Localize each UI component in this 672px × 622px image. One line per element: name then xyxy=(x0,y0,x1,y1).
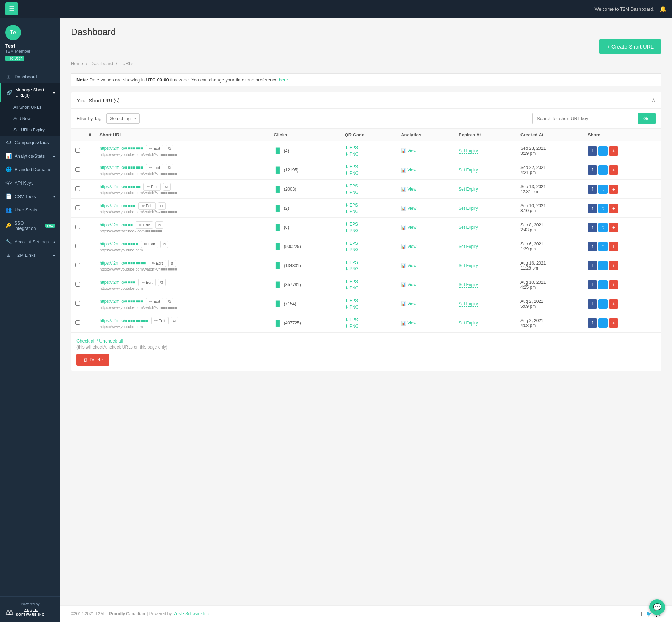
copy-button-2[interactable]: ⧉ xyxy=(163,183,171,191)
analytics-view-link-5[interactable]: 📊 View xyxy=(401,244,416,249)
set-expiry-link-0[interactable]: Set Expiry xyxy=(459,148,478,154)
qr-png-link-1[interactable]: ⬇ PNG xyxy=(345,171,393,176)
set-expiry-link-4[interactable]: Set Expiry xyxy=(459,225,478,230)
chat-widget[interactable]: 💬 xyxy=(649,599,665,615)
analytics-view-link-1[interactable]: 📊 View xyxy=(401,168,416,173)
set-expiry-link-2[interactable]: Set Expiry xyxy=(459,187,478,192)
share-plus-4[interactable]: + xyxy=(609,223,618,232)
share-facebook-6[interactable]: f xyxy=(588,261,597,270)
share-facebook-8[interactable]: f xyxy=(588,299,597,309)
share-twitter-4[interactable]: t xyxy=(598,223,608,232)
qr-eps-link-0[interactable]: ⬇ EPS xyxy=(345,145,393,150)
short-url-link-9[interactable]: https://t2m.io/■■■■■■■■■ xyxy=(99,318,148,323)
edit-button-4[interactable]: ✏ Edit xyxy=(136,221,153,229)
edit-button-8[interactable]: ✏ Edit xyxy=(146,298,163,305)
sub-nav-add-new[interactable]: Add New xyxy=(0,113,60,124)
share-facebook-5[interactable]: f xyxy=(588,242,597,251)
edit-button-3[interactable]: ✏ Edit xyxy=(138,202,156,210)
qr-eps-link-6[interactable]: ⬇ EPS xyxy=(345,260,393,265)
copy-button-1[interactable]: ⧉ xyxy=(166,164,173,171)
sub-nav-set-expiry[interactable]: Set URLs Expiry xyxy=(0,124,60,136)
edit-button-7[interactable]: ✏ Edit xyxy=(138,279,156,286)
qr-eps-link-1[interactable]: ⬇ EPS xyxy=(345,164,393,169)
copy-button-6[interactable]: ⧉ xyxy=(168,260,176,267)
analytics-view-link-2[interactable]: 📊 View xyxy=(401,187,416,192)
copy-button-4[interactable]: ⧉ xyxy=(155,221,163,229)
hamburger-button[interactable]: ☰ xyxy=(5,2,18,15)
share-twitter-2[interactable]: t xyxy=(598,185,608,194)
qr-png-link-0[interactable]: ⬇ PNG xyxy=(345,152,393,157)
edit-button-2[interactable]: ✏ Edit xyxy=(143,183,161,191)
sidebar-item-sso[interactable]: 🔑 SSO Integration new xyxy=(0,216,60,235)
qr-png-link-3[interactable]: ⬇ PNG xyxy=(345,209,393,214)
short-url-link-4[interactable]: https://t2m.io/■■■ xyxy=(99,222,133,227)
copy-button-0[interactable]: ⧉ xyxy=(166,145,173,152)
row-checkbox-8[interactable] xyxy=(75,301,80,306)
set-expiry-link-9[interactable]: Set Expiry xyxy=(459,321,478,326)
copy-button-7[interactable]: ⧉ xyxy=(158,279,166,286)
share-facebook-9[interactable]: f xyxy=(588,318,597,328)
set-expiry-link-8[interactable]: Set Expiry xyxy=(459,301,478,307)
share-twitter-3[interactable]: t xyxy=(598,204,608,213)
breadcrumb-home[interactable]: Home xyxy=(71,61,83,66)
share-facebook-3[interactable]: f xyxy=(588,204,597,213)
set-expiry-link-1[interactable]: Set Expiry xyxy=(459,168,478,173)
footer-facebook-link[interactable]: f xyxy=(641,611,642,617)
short-url-link-8[interactable]: https://t2m.io/■■■■■■■ xyxy=(99,299,143,304)
share-plus-6[interactable]: + xyxy=(609,261,618,270)
share-facebook-4[interactable]: f xyxy=(588,223,597,232)
row-checkbox-0[interactable] xyxy=(75,148,80,153)
search-button[interactable]: Go! xyxy=(638,113,656,124)
sidebar-item-branded-domains[interactable]: 🌐 Branded Domains xyxy=(0,163,60,176)
row-checkbox-6[interactable] xyxy=(75,263,80,267)
share-twitter-0[interactable]: t xyxy=(598,146,608,156)
set-expiry-link-6[interactable]: Set Expiry xyxy=(459,263,478,268)
row-checkbox-2[interactable] xyxy=(75,186,80,191)
share-plus-7[interactable]: + xyxy=(609,280,618,289)
qr-png-link-5[interactable]: ⬇ PNG xyxy=(345,247,393,252)
tag-select[interactable]: Select tag xyxy=(106,113,140,124)
sidebar-item-t2m-links[interactable]: ⊞ T2M Links ◂ xyxy=(0,248,60,262)
row-checkbox-9[interactable] xyxy=(75,320,80,325)
set-expiry-link-3[interactable]: Set Expiry xyxy=(459,206,478,211)
short-url-link-2[interactable]: https://t2m.io/■■■■■■ xyxy=(99,184,141,189)
share-plus-0[interactable]: + xyxy=(609,146,618,156)
copy-button-8[interactable]: ⧉ xyxy=(166,298,173,305)
short-url-link-7[interactable]: https://t2m.io/■■■■ xyxy=(99,280,135,285)
sidebar-item-csv-tools[interactable]: 📄 CSV Tools ◂ xyxy=(0,190,60,203)
qr-eps-link-8[interactable]: ⬇ EPS xyxy=(345,298,393,303)
qr-png-link-7[interactable]: ⬇ PNG xyxy=(345,285,393,290)
check-all-link[interactable]: Check all / Uncheck all xyxy=(76,338,123,344)
qr-eps-link-4[interactable]: ⬇ EPS xyxy=(345,222,393,227)
analytics-view-link-6[interactable]: 📊 View xyxy=(401,263,416,268)
share-twitter-5[interactable]: t xyxy=(598,242,608,251)
short-url-link-5[interactable]: https://t2m.io/■■■■■ xyxy=(99,242,138,247)
timezone-link[interactable]: here xyxy=(279,77,288,83)
short-url-link-1[interactable]: https://t2m.io/■■■■■■■ xyxy=(99,165,143,170)
sidebar-item-campaigns[interactable]: 🏷 Campaigns/Tags xyxy=(0,136,60,149)
short-url-link-0[interactable]: https://t2m.io/■■■■■■■ xyxy=(99,146,143,151)
panel-collapse-button[interactable]: ∧ xyxy=(651,96,656,104)
analytics-view-link-8[interactable]: 📊 View xyxy=(401,301,416,306)
footer-company-link[interactable]: Zesle Software Inc. xyxy=(173,611,210,616)
share-plus-5[interactable]: + xyxy=(609,242,618,251)
qr-eps-link-2[interactable]: ⬇ EPS xyxy=(345,183,393,188)
share-facebook-2[interactable]: f xyxy=(588,185,597,194)
sidebar-item-account-settings[interactable]: 🔧 Account Settings ◂ xyxy=(0,235,60,248)
share-plus-1[interactable]: + xyxy=(609,165,618,175)
copy-button-3[interactable]: ⧉ xyxy=(158,202,166,210)
qr-png-link-6[interactable]: ⬇ PNG xyxy=(345,266,393,271)
create-short-url-button[interactable]: + Create Short URL xyxy=(599,39,661,54)
qr-eps-link-3[interactable]: ⬇ EPS xyxy=(345,203,393,208)
edit-button-9[interactable]: ✏ Edit xyxy=(151,317,169,324)
analytics-view-link-3[interactable]: 📊 View xyxy=(401,206,416,211)
share-facebook-1[interactable]: f xyxy=(588,165,597,175)
sub-nav-all-urls[interactable]: All Short URLs xyxy=(0,102,60,113)
copy-button-9[interactable]: ⧉ xyxy=(171,317,178,324)
analytics-view-link-0[interactable]: 📊 View xyxy=(401,148,416,153)
analytics-view-link-7[interactable]: 📊 View xyxy=(401,282,416,287)
row-checkbox-3[interactable] xyxy=(75,205,80,210)
edit-button-5[interactable]: ✏ Edit xyxy=(141,241,158,248)
edit-button-6[interactable]: ✏ Edit xyxy=(149,260,166,267)
qr-eps-link-9[interactable]: ⬇ EPS xyxy=(345,317,393,322)
